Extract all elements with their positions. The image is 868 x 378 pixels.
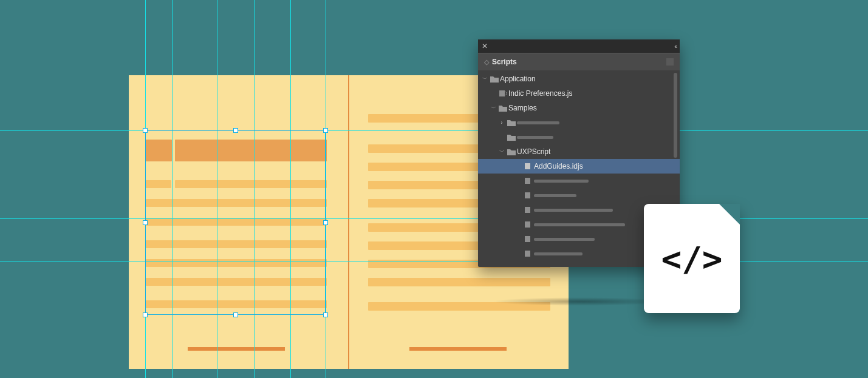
- tree-item-script-placeholder[interactable]: [478, 188, 680, 203]
- svg-rect-5: [525, 221, 530, 228]
- code-glyph: </>: [661, 239, 722, 278]
- tree-item-uxpscript[interactable]: ﹀ UXPScript: [478, 144, 680, 159]
- svg-rect-4: [525, 207, 530, 213]
- tree-label: UXPScript: [517, 147, 550, 156]
- chevron-right-icon[interactable]: ›: [497, 120, 506, 126]
- tree-item-addguides[interactable]: AddGuides.idjs: [478, 159, 680, 174]
- svg-rect-2: [525, 178, 530, 184]
- panel-title: Scripts: [492, 58, 517, 66]
- tree-label-placeholder: [517, 136, 553, 139]
- script-icon: [524, 235, 533, 243]
- tree-item-folder-placeholder[interactable]: ›: [478, 115, 680, 130]
- panel-titlebar[interactable]: ✕ ‹‹: [478, 39, 680, 53]
- tree-item-folder-placeholder[interactable]: [478, 130, 680, 144]
- tree-label: Indic Preferences.js: [508, 89, 572, 98]
- tree-label-placeholder: [534, 252, 583, 255]
- selection-handle-sw[interactable]: [143, 312, 148, 317]
- collapse-icon[interactable]: ‹‹: [674, 43, 676, 50]
- tree-item-samples[interactable]: ﹀ Samples: [478, 101, 680, 115]
- selection-handle-se[interactable]: [323, 312, 328, 317]
- svg-rect-6: [525, 236, 530, 242]
- script-icon: [524, 250, 533, 257]
- panel-scrollbar[interactable]: [674, 73, 677, 158]
- selection-handle-n[interactable]: [233, 128, 238, 133]
- tree-label-placeholder: [534, 194, 576, 197]
- tree-label-placeholder: [534, 180, 589, 183]
- selection-handle-s[interactable]: [233, 312, 238, 317]
- tree-item-script-placeholder[interactable]: [478, 174, 680, 188]
- body-line: [368, 278, 550, 286]
- folder-icon: [507, 149, 516, 155]
- close-icon[interactable]: ✕: [482, 42, 488, 50]
- svg-rect-7: [525, 251, 530, 257]
- horizontal-guide[interactable]: [0, 130, 868, 131]
- script-icon: [524, 192, 533, 199]
- script-icon: [524, 221, 533, 228]
- chevron-down-icon[interactable]: ﹀: [480, 75, 489, 83]
- tree-label-placeholder: [534, 209, 613, 212]
- script-icon: [524, 163, 533, 170]
- svg-rect-0: [499, 90, 505, 96]
- tree-label: Samples: [508, 104, 537, 112]
- tree-label: AddGuides.idjs: [534, 162, 583, 170]
- tree-label: Application: [500, 75, 536, 83]
- tab-grip-icon: ◇: [484, 58, 488, 66]
- script-icon: [499, 90, 507, 97]
- script-icon: [524, 206, 533, 214]
- panel-shadow: [492, 297, 668, 306]
- tree-label-placeholder: [534, 223, 625, 226]
- footer-rule: [188, 347, 285, 351]
- selection-handle-w[interactable]: [143, 220, 148, 225]
- folder-icon: [499, 105, 507, 112]
- selection-frame[interactable]: [145, 130, 326, 315]
- selection-handle-ne[interactable]: [323, 128, 328, 133]
- panel-tab-scripts[interactable]: ◇Scripts: [478, 53, 680, 70]
- selection-handle-nw[interactable]: [143, 128, 148, 133]
- svg-rect-3: [525, 192, 530, 198]
- tree-item-application[interactable]: ﹀ Application: [478, 72, 680, 86]
- folder-icon: [507, 134, 516, 141]
- script-icon: [524, 177, 533, 184]
- folder-icon: [507, 120, 516, 126]
- selection-handle-e[interactable]: [323, 220, 328, 225]
- chevron-down-icon[interactable]: ﹀: [497, 148, 506, 156]
- svg-rect-1: [525, 163, 530, 169]
- tree-label-placeholder: [517, 121, 559, 124]
- tree-item-indic-preferences[interactable]: Indic Preferences.js: [478, 86, 680, 101]
- code-file-icon: </>: [644, 204, 740, 313]
- spine: [348, 75, 349, 369]
- panel-menu-icon[interactable]: [666, 58, 674, 66]
- footer-rule: [409, 347, 507, 351]
- vertical-guide[interactable]: [326, 0, 326, 378]
- tree-label-placeholder: [534, 238, 595, 241]
- folder-icon: [490, 76, 499, 83]
- chevron-down-icon[interactable]: ﹀: [489, 104, 497, 112]
